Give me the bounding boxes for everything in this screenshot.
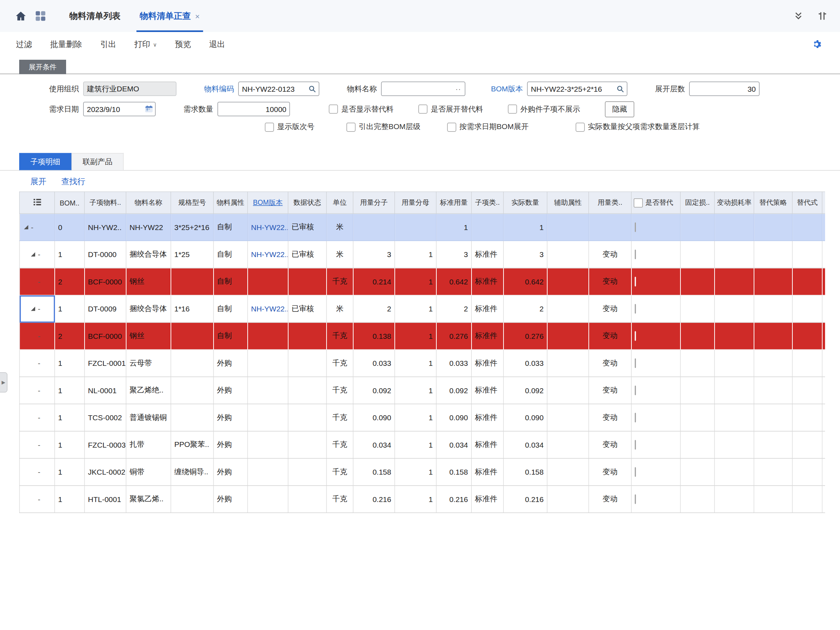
toolbar-button-0[interactable]: 过滤 bbox=[16, 39, 32, 49]
apps-grid-icon[interactable] bbox=[35, 11, 46, 21]
expand-triangle-icon[interactable] bbox=[31, 252, 35, 257]
row-checkbox[interactable] bbox=[635, 223, 636, 232]
row-checkbox[interactable] bbox=[635, 250, 636, 259]
expand-triangle-icon[interactable] bbox=[31, 307, 35, 311]
table-row[interactable]: -1NL-0001聚乙烯绝..外购千克0.09210.092标准件0.092变动 bbox=[19, 377, 825, 404]
demand-date-field[interactable] bbox=[83, 102, 156, 117]
material-code-label: 物料编码 bbox=[193, 84, 234, 93]
toolbar-button-5[interactable]: 退出 bbox=[209, 39, 225, 49]
tree-cell[interactable]: - bbox=[19, 431, 55, 459]
select-all-checkbox[interactable] bbox=[634, 198, 643, 207]
tree-cell[interactable]: - bbox=[19, 268, 55, 296]
cell-varloss bbox=[715, 350, 754, 377]
row-checkbox[interactable] bbox=[635, 495, 636, 504]
layout-columns-icon[interactable] bbox=[818, 11, 827, 21]
expand-link[interactable]: 展开 bbox=[30, 177, 47, 187]
filter-panel-tab[interactable]: 展开条件 bbox=[19, 60, 66, 74]
row-checkbox[interactable] bbox=[635, 358, 636, 368]
tree-cell[interactable]: - bbox=[19, 377, 55, 404]
material-code-input[interactable] bbox=[239, 83, 306, 95]
bom-version-field[interactable] bbox=[527, 82, 627, 97]
table-row[interactable]: -0NH-YW2..NH-YW223*25+2*16自制NH-YW22..已审核… bbox=[19, 214, 825, 241]
table-row[interactable]: -1FZCL-0001云母带外购千克0.03310.033标准件0.033变动 bbox=[19, 350, 825, 377]
row-checkbox-checked[interactable] bbox=[635, 331, 636, 341]
table-row[interactable]: -1DT-0009捆绞合导体1*16自制NH-YW22..已审核米212标准件2… bbox=[19, 295, 825, 323]
row-checkbox[interactable] bbox=[635, 386, 636, 395]
row-checkbox[interactable] bbox=[635, 413, 636, 423]
cell-ver[interactable]: NH-YW22.. bbox=[248, 214, 288, 241]
table-row[interactable]: -2BCF-0000钢丝自制千克0.13810.276标准件0.276变动 bbox=[19, 323, 825, 350]
tree-cell[interactable]: - bbox=[19, 241, 55, 268]
window-tab-1[interactable]: 物料清单正查× bbox=[130, 0, 209, 32]
table-row[interactable]: -1JKCL-0002铜带缠绕铜导..外购千克0.15810.158标准件0.1… bbox=[19, 458, 825, 486]
option-checkbox[interactable]: 显示版次号 bbox=[265, 122, 315, 132]
tree-cell[interactable]: - bbox=[19, 323, 55, 350]
checkbox-box[interactable] bbox=[418, 104, 428, 114]
calendar-icon[interactable] bbox=[142, 102, 155, 116]
option-checkbox[interactable]: 外购件子项不展示 bbox=[508, 104, 580, 114]
window-tab-0[interactable]: 物料清单列表 bbox=[60, 0, 130, 32]
material-name-input[interactable] bbox=[382, 83, 452, 95]
row-checkbox[interactable] bbox=[635, 467, 636, 477]
row-checkbox-checked[interactable] bbox=[635, 277, 636, 287]
option-checkbox[interactable]: 实际数量按父项需求数量逐层计算 bbox=[576, 122, 700, 132]
expand-triangle-icon[interactable] bbox=[24, 225, 28, 230]
tree-cell[interactable]: - bbox=[19, 458, 55, 486]
material-name-lookup-button[interactable]: ·· bbox=[452, 82, 465, 96]
demand-date-input[interactable] bbox=[84, 103, 142, 116]
tree-cell[interactable]: - bbox=[19, 486, 55, 513]
option-checkbox[interactable]: 是否显示替代料 bbox=[329, 104, 394, 114]
cell-ver[interactable]: NH-YW22.. bbox=[248, 241, 288, 268]
tree-cell[interactable]: - bbox=[19, 295, 55, 323]
toolbar-button-3[interactable]: 打印∨ bbox=[134, 39, 157, 49]
toolbar-button-4[interactable]: 预览 bbox=[175, 39, 191, 49]
checkbox-box[interactable] bbox=[329, 104, 338, 114]
toolbar-button-1[interactable]: 批量删除 bbox=[50, 39, 82, 49]
row-checkbox[interactable] bbox=[635, 440, 636, 450]
bom-version-search-icon[interactable] bbox=[614, 82, 627, 96]
cell-num bbox=[353, 214, 395, 241]
column-header-issub[interactable]: 是否替代 bbox=[632, 192, 681, 214]
checkbox-box[interactable] bbox=[447, 122, 456, 131]
table-row[interactable]: -1FZCL-0003扎带PPO聚苯..外购千克0.03410.034标准件0.… bbox=[19, 431, 825, 459]
checkbox-box[interactable] bbox=[576, 122, 585, 131]
cell-ver[interactable]: NH-YW22.. bbox=[248, 295, 288, 323]
tree-cell[interactable]: - bbox=[19, 350, 55, 377]
material-code-search-icon[interactable] bbox=[306, 82, 319, 96]
tree-cell[interactable]: - bbox=[19, 214, 55, 241]
find-row-link[interactable]: 查找行 bbox=[62, 177, 86, 187]
bom-version-input[interactable] bbox=[528, 83, 614, 95]
cell-extra bbox=[822, 377, 825, 404]
option-checkbox[interactable]: 按需求日期BOM展开 bbox=[447, 122, 528, 132]
checkbox-label: 显示版次号 bbox=[277, 122, 314, 132]
checkbox-box[interactable] bbox=[346, 122, 356, 131]
home-icon[interactable] bbox=[15, 10, 27, 22]
table-row[interactable]: -1DT-0000捆绞合导体1*25自制NH-YW22..已审核米313标准件3… bbox=[19, 241, 825, 268]
collapse-tabs-icon[interactable] bbox=[793, 11, 804, 21]
tab-child-detail[interactable]: 子项明细 bbox=[19, 153, 71, 170]
table-row[interactable]: -1HTL-0001聚氯乙烯..外购千克0.21610.216标准件0.216变… bbox=[19, 486, 825, 513]
tree-cell[interactable]: - bbox=[19, 404, 55, 431]
expand-levels-input[interactable] bbox=[690, 83, 759, 95]
checkbox-box[interactable] bbox=[508, 104, 517, 114]
demand-qty-input[interactable] bbox=[218, 103, 290, 116]
expand-levels-field[interactable] bbox=[689, 82, 760, 97]
option-checkbox[interactable]: 引出完整BOM层级 bbox=[346, 122, 420, 132]
material-code-field[interactable] bbox=[238, 82, 319, 97]
tab-coproduct[interactable]: 联副产品 bbox=[71, 153, 124, 170]
checkbox-label: 引出完整BOM层级 bbox=[359, 122, 421, 132]
checkbox-box[interactable] bbox=[265, 122, 274, 131]
demand-qty-field[interactable] bbox=[218, 102, 290, 117]
toolbar-button-2[interactable]: 引出 bbox=[100, 39, 116, 49]
side-panel-handle[interactable]: ▶ bbox=[0, 372, 8, 393]
settings-gear-icon[interactable] bbox=[811, 39, 822, 50]
tab-close-icon[interactable]: × bbox=[195, 11, 200, 21]
table-row[interactable]: -1TCS-0002普通镀锡铜外购千克0.09010.090标准件0.090变动 bbox=[19, 404, 825, 431]
material-name-field[interactable]: ·· bbox=[381, 82, 466, 97]
row-checkbox[interactable] bbox=[635, 304, 636, 313]
option-checkbox[interactable]: 是否展开替代料 bbox=[418, 104, 483, 114]
toolbar-button-label: 打印 bbox=[134, 39, 150, 49]
table-row[interactable]: -2BCF-0000钢丝自制千克0.21410.642标准件0.642变动 bbox=[19, 268, 825, 296]
hide-filter-button[interactable]: 隐藏 bbox=[605, 101, 634, 117]
option-row-2: 显示版次号引出完整BOM层级按需求日期BOM展开实际数量按父项需求数量逐层计算 bbox=[265, 122, 840, 132]
